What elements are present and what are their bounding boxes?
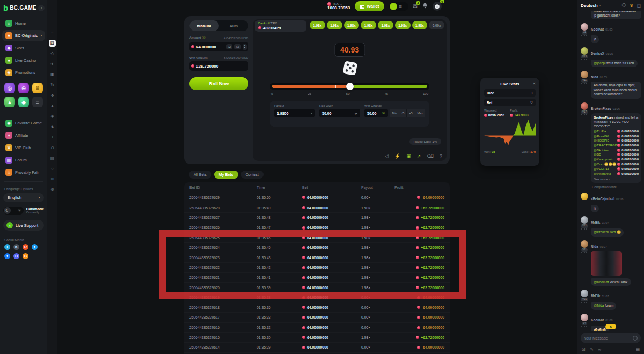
- sidebar-item[interactable]: ◆ Slots: [2, 42, 45, 54]
- double-bet-button[interactable]: x2: [234, 44, 240, 49]
- clear-icon[interactable]: ⌫: [427, 153, 434, 159]
- mention-link[interactable]: @KoolKat: [594, 280, 609, 284]
- swap-icon[interactable]: ⇄: [355, 112, 357, 115]
- turbo-icon[interactable]: ⚡: [394, 153, 400, 159]
- wallet-button[interactable]: Wallet: [355, 1, 384, 11]
- username[interactable]: KoolKat: [591, 318, 604, 322]
- rail-game-icon[interactable]: ♞: [49, 123, 56, 130]
- sidebar-item[interactable]: ★ BC Originals ›: [2, 30, 45, 41]
- balance-display[interactable]: TRX ⌄ 1088.73953: [327, 2, 350, 11]
- table-row[interactable]: 260644385329628 01:35:49 64.00000000 1.9…: [184, 203, 450, 213]
- quick-adjust-button[interactable]: Min: [390, 109, 399, 117]
- multiplier-chip[interactable]: 1.98x: [327, 21, 342, 30]
- username[interactable]: Nida: [591, 245, 598, 248]
- slider-track[interactable]: [272, 85, 427, 88]
- rollover-field[interactable]: 50.00 ⇄: [319, 109, 360, 117]
- rail-game-icon[interactable]: ◈: [49, 113, 56, 120]
- avatar[interactable]: [581, 47, 588, 55]
- win-amount-input[interactable]: 126.720000: [189, 61, 248, 71]
- tab-my-bets[interactable]: My Bets: [214, 171, 238, 179]
- chat-settings-icon[interactable]: ▦: [636, 347, 640, 352]
- slider-handle[interactable]: [346, 83, 354, 90]
- multiplier-chip[interactable]: 1.98x: [310, 21, 325, 30]
- stats-bet-row[interactable]: Bet ↻: [484, 99, 536, 106]
- roll-now-button[interactable]: Roll Now: [189, 77, 248, 90]
- chat-language[interactable]: Deutsch: [581, 3, 598, 8]
- reset-icon[interactable]: ↻: [530, 100, 533, 105]
- recipient-name[interactable]: @TRACTORGB: [594, 144, 617, 147]
- table-row[interactable]: 260644385329629 01:35:50 64.00000000 0.0…: [184, 193, 450, 203]
- stats-game-select[interactable]: Dice ›: [484, 89, 536, 97]
- mention-link[interactable]: @jaccpi: [594, 61, 606, 65]
- table-row[interactable]: 260644385329613 01:35:28 64.00000000 0.0…: [184, 352, 450, 354]
- roll-slider[interactable]: [270, 83, 429, 90]
- username[interactable]: «BetaCajnd»-ü: [591, 197, 614, 201]
- rail-game-icon[interactable]: +: [49, 134, 56, 141]
- table-row[interactable]: 260644385329627 01:35:48 64.00000000 1.9…: [184, 212, 450, 223]
- sidebar-item[interactable]: ⌂ Home: [2, 18, 45, 29]
- sidebar-item[interactable]: ☆ Provably Fair: [2, 167, 45, 178]
- recipient-name[interactable]: @Coco😁😁😁: [594, 162, 617, 166]
- rail-game-icon[interactable]: ⊞: [49, 175, 56, 182]
- sidebar-item[interactable]: ▤ Forum: [2, 154, 45, 166]
- messages-button[interactable]: ✉ 4: [413, 3, 418, 9]
- recipient-name[interactable]: @BB: [594, 153, 601, 156]
- bankroll-display[interactable]: Bankroll TRX 43203429: [255, 20, 306, 32]
- social-icon[interactable]: D: [13, 253, 19, 259]
- multiplier-chip[interactable]: 0.00x: [429, 21, 444, 30]
- recipient-name[interactable]: @Vinstarina: [594, 172, 611, 175]
- trophy-icon[interactable]: ♛: [630, 3, 633, 8]
- chat-rules-icon[interactable]: ⓘ: [622, 3, 626, 8]
- table-row[interactable]: 260644385329618 01:35:36 64.00000000 0.0…: [184, 303, 450, 313]
- recipient-name[interactable]: @VEER15: [594, 167, 609, 171]
- table-row[interactable]: 260644385329615 01:35:30 64.00000000 1.9…: [184, 332, 450, 342]
- rail-game-icon[interactable]: ▲: [49, 102, 56, 109]
- avatar[interactable]: [581, 290, 588, 297]
- tab-contest[interactable]: Contest: [241, 171, 264, 179]
- recipient-name[interactable]: @TLtPia.: [594, 130, 607, 133]
- avatar[interactable]: [581, 216, 588, 224]
- multiplier-chip[interactable]: 1.98x: [395, 21, 411, 30]
- social-icon[interactable]: R: [23, 244, 28, 250]
- multiplier-chip[interactable]: 1.98x: [344, 21, 360, 30]
- username[interactable]: BrokenFixes: [591, 107, 611, 110]
- avatar[interactable]: [581, 240, 588, 248]
- game-thumbnail[interactable]: ≡: [32, 97, 43, 107]
- mention-link[interactable]: @Nida: [594, 304, 604, 307]
- rail-game-icon[interactable]: ◌: [49, 165, 56, 172]
- social-icon[interactable]: B: [23, 253, 28, 259]
- rail-game-icon[interactable]: ⚙: [49, 186, 56, 193]
- game-thumbnail[interactable]: ◆: [18, 97, 29, 107]
- see-more-link[interactable]: See more ›: [594, 178, 639, 181]
- payout-field[interactable]: 1.9800 x: [274, 109, 315, 117]
- recipient-name[interactable]: @Dk lotas: [594, 149, 609, 152]
- link-icon[interactable]: ∞: [598, 347, 601, 352]
- new-messages-badge[interactable]: 6: [605, 324, 616, 329]
- tab-auto[interactable]: Auto: [219, 20, 248, 31]
- chat-message-input[interactable]: [584, 336, 631, 340]
- rail-game-icon[interactable]: ♣: [49, 92, 56, 99]
- chat-image-attachment[interactable]: [591, 251, 622, 276]
- social-icon[interactable]: f: [4, 253, 10, 259]
- language-select[interactable]: English ›: [3, 193, 44, 202]
- half-bet-button[interactable]: /2: [226, 44, 232, 49]
- username[interactable]: Nida: [591, 75, 598, 79]
- game-thumbnail[interactable]: ▲: [4, 97, 15, 107]
- edit-icon[interactable]: ✎: [590, 347, 594, 352]
- tab-all-bets[interactable]: All Bets: [189, 171, 211, 179]
- recipient-name[interactable]: @Kwazymoto: [594, 158, 613, 161]
- sidebar-collapse-button[interactable]: ‹: [38, 5, 45, 11]
- quick-adjust-button[interactable]: Max: [415, 109, 425, 117]
- game-thumbnail[interactable]: ⊕: [18, 83, 29, 93]
- username[interactable]: MrEik: [591, 294, 600, 298]
- table-row[interactable]: 260644385329616 01:35:32 64.00000000 0.0…: [184, 322, 450, 333]
- multiplier-chip[interactable]: 1.98x: [378, 21, 393, 30]
- rail-game-icon[interactable]: ↻: [49, 82, 56, 88]
- quick-adjust-button[interactable]: -5: [399, 109, 406, 117]
- amount-stepper[interactable]: ▲▼: [243, 44, 247, 50]
- rail-game-icon[interactable]: ≈: [49, 29, 56, 36]
- sidebar-item[interactable]: ◈ Promotions: [2, 67, 45, 78]
- avatar[interactable]: [581, 71, 588, 78]
- sidebar-item[interactable]: ∗ Affiliate: [2, 130, 45, 141]
- winchance-field[interactable]: 50.00 %: [364, 109, 388, 117]
